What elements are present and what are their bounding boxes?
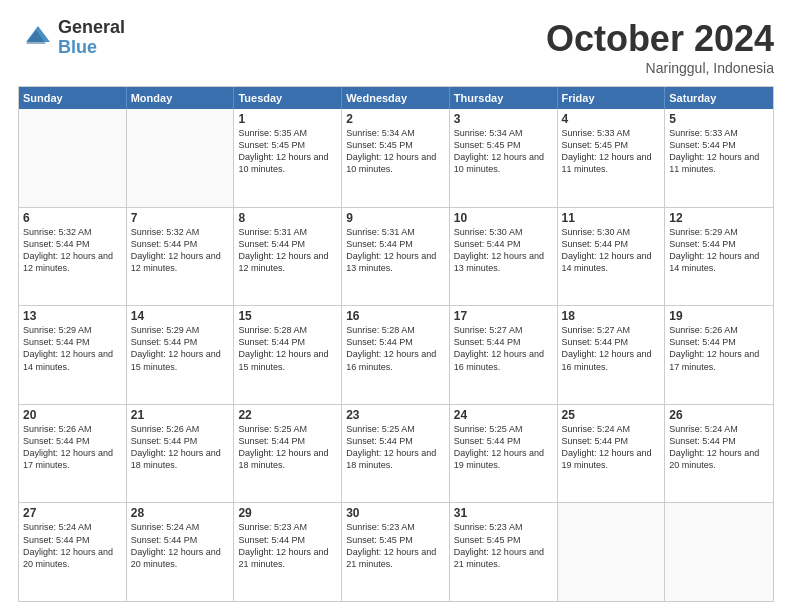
day-number: 27 (23, 506, 122, 520)
cell-info: Sunrise: 5:29 AMSunset: 5:44 PMDaylight:… (669, 226, 769, 275)
day-number: 13 (23, 309, 122, 323)
day-number: 7 (131, 211, 230, 225)
calendar-cell: 31Sunrise: 5:23 AMSunset: 5:45 PMDayligh… (450, 503, 558, 601)
calendar-cell: 6Sunrise: 5:32 AMSunset: 5:44 PMDaylight… (19, 208, 127, 306)
cell-info: Sunrise: 5:35 AMSunset: 5:45 PMDaylight:… (238, 127, 337, 176)
calendar-cell: 28Sunrise: 5:24 AMSunset: 5:44 PMDayligh… (127, 503, 235, 601)
cell-info: Sunrise: 5:29 AMSunset: 5:44 PMDaylight:… (23, 324, 122, 373)
cell-info: Sunrise: 5:25 AMSunset: 5:44 PMDaylight:… (346, 423, 445, 472)
calendar-cell: 7Sunrise: 5:32 AMSunset: 5:44 PMDaylight… (127, 208, 235, 306)
day-number: 14 (131, 309, 230, 323)
day-number: 9 (346, 211, 445, 225)
day-number: 17 (454, 309, 553, 323)
weekday-header: Sunday (19, 87, 127, 109)
day-number: 28 (131, 506, 230, 520)
cell-info: Sunrise: 5:27 AMSunset: 5:44 PMDaylight:… (562, 324, 661, 373)
calendar-cell: 10Sunrise: 5:30 AMSunset: 5:44 PMDayligh… (450, 208, 558, 306)
calendar-cell: 9Sunrise: 5:31 AMSunset: 5:44 PMDaylight… (342, 208, 450, 306)
cell-info: Sunrise: 5:27 AMSunset: 5:44 PMDaylight:… (454, 324, 553, 373)
cell-info: Sunrise: 5:24 AMSunset: 5:44 PMDaylight:… (23, 521, 122, 570)
day-number: 25 (562, 408, 661, 422)
cell-info: Sunrise: 5:23 AMSunset: 5:45 PMDaylight:… (454, 521, 553, 570)
cell-info: Sunrise: 5:23 AMSunset: 5:45 PMDaylight:… (346, 521, 445, 570)
weekday-header: Wednesday (342, 87, 450, 109)
day-number: 8 (238, 211, 337, 225)
weekday-header: Friday (558, 87, 666, 109)
calendar-cell: 4Sunrise: 5:33 AMSunset: 5:45 PMDaylight… (558, 109, 666, 207)
calendar-cell: 22Sunrise: 5:25 AMSunset: 5:44 PMDayligh… (234, 405, 342, 503)
calendar-cell: 16Sunrise: 5:28 AMSunset: 5:44 PMDayligh… (342, 306, 450, 404)
cell-info: Sunrise: 5:31 AMSunset: 5:44 PMDaylight:… (346, 226, 445, 275)
day-number: 12 (669, 211, 769, 225)
calendar-cell: 27Sunrise: 5:24 AMSunset: 5:44 PMDayligh… (19, 503, 127, 601)
calendar-body: 1Sunrise: 5:35 AMSunset: 5:45 PMDaylight… (19, 109, 773, 601)
calendar-cell: 21Sunrise: 5:26 AMSunset: 5:44 PMDayligh… (127, 405, 235, 503)
day-number: 24 (454, 408, 553, 422)
day-number: 15 (238, 309, 337, 323)
weekday-header: Tuesday (234, 87, 342, 109)
day-number: 6 (23, 211, 122, 225)
cell-info: Sunrise: 5:30 AMSunset: 5:44 PMDaylight:… (562, 226, 661, 275)
calendar-cell: 8Sunrise: 5:31 AMSunset: 5:44 PMDaylight… (234, 208, 342, 306)
cell-info: Sunrise: 5:28 AMSunset: 5:44 PMDaylight:… (238, 324, 337, 373)
cell-info: Sunrise: 5:24 AMSunset: 5:44 PMDaylight:… (131, 521, 230, 570)
cell-info: Sunrise: 5:28 AMSunset: 5:44 PMDaylight:… (346, 324, 445, 373)
calendar-cell (558, 503, 666, 601)
day-number: 19 (669, 309, 769, 323)
logo: General Blue (18, 18, 125, 58)
calendar-cell: 15Sunrise: 5:28 AMSunset: 5:44 PMDayligh… (234, 306, 342, 404)
cell-info: Sunrise: 5:33 AMSunset: 5:44 PMDaylight:… (669, 127, 769, 176)
calendar-cell: 18Sunrise: 5:27 AMSunset: 5:44 PMDayligh… (558, 306, 666, 404)
calendar-cell: 29Sunrise: 5:23 AMSunset: 5:44 PMDayligh… (234, 503, 342, 601)
day-number: 30 (346, 506, 445, 520)
cell-info: Sunrise: 5:32 AMSunset: 5:44 PMDaylight:… (23, 226, 122, 275)
calendar-cell: 2Sunrise: 5:34 AMSunset: 5:45 PMDaylight… (342, 109, 450, 207)
calendar-cell: 30Sunrise: 5:23 AMSunset: 5:45 PMDayligh… (342, 503, 450, 601)
logo-general: General (58, 18, 125, 38)
day-number: 16 (346, 309, 445, 323)
calendar-cell: 17Sunrise: 5:27 AMSunset: 5:44 PMDayligh… (450, 306, 558, 404)
cell-info: Sunrise: 5:32 AMSunset: 5:44 PMDaylight:… (131, 226, 230, 275)
day-number: 4 (562, 112, 661, 126)
calendar-cell (19, 109, 127, 207)
calendar-cell: 3Sunrise: 5:34 AMSunset: 5:45 PMDaylight… (450, 109, 558, 207)
day-number: 26 (669, 408, 769, 422)
calendar-row: 20Sunrise: 5:26 AMSunset: 5:44 PMDayligh… (19, 404, 773, 503)
cell-info: Sunrise: 5:26 AMSunset: 5:44 PMDaylight:… (669, 324, 769, 373)
calendar-row: 13Sunrise: 5:29 AMSunset: 5:44 PMDayligh… (19, 305, 773, 404)
cell-info: Sunrise: 5:34 AMSunset: 5:45 PMDaylight:… (346, 127, 445, 176)
month-title: October 2024 (546, 18, 774, 60)
day-number: 31 (454, 506, 553, 520)
logo-text: General Blue (58, 18, 125, 58)
calendar-cell: 26Sunrise: 5:24 AMSunset: 5:44 PMDayligh… (665, 405, 773, 503)
day-number: 23 (346, 408, 445, 422)
day-number: 2 (346, 112, 445, 126)
logo-blue: Blue (58, 38, 125, 58)
cell-info: Sunrise: 5:33 AMSunset: 5:45 PMDaylight:… (562, 127, 661, 176)
header: General Blue October 2024 Naringgul, Ind… (18, 18, 774, 76)
cell-info: Sunrise: 5:31 AMSunset: 5:44 PMDaylight:… (238, 226, 337, 275)
calendar-cell (127, 109, 235, 207)
cell-info: Sunrise: 5:24 AMSunset: 5:44 PMDaylight:… (669, 423, 769, 472)
cell-info: Sunrise: 5:26 AMSunset: 5:44 PMDaylight:… (23, 423, 122, 472)
cell-info: Sunrise: 5:26 AMSunset: 5:44 PMDaylight:… (131, 423, 230, 472)
day-number: 21 (131, 408, 230, 422)
day-number: 29 (238, 506, 337, 520)
calendar-header: SundayMondayTuesdayWednesdayThursdayFrid… (19, 87, 773, 109)
day-number: 10 (454, 211, 553, 225)
cell-info: Sunrise: 5:30 AMSunset: 5:44 PMDaylight:… (454, 226, 553, 275)
calendar-row: 6Sunrise: 5:32 AMSunset: 5:44 PMDaylight… (19, 207, 773, 306)
cell-info: Sunrise: 5:25 AMSunset: 5:44 PMDaylight:… (238, 423, 337, 472)
day-number: 1 (238, 112, 337, 126)
calendar-cell: 14Sunrise: 5:29 AMSunset: 5:44 PMDayligh… (127, 306, 235, 404)
calendar-cell: 24Sunrise: 5:25 AMSunset: 5:44 PMDayligh… (450, 405, 558, 503)
calendar-cell (665, 503, 773, 601)
weekday-header: Saturday (665, 87, 773, 109)
calendar: SundayMondayTuesdayWednesdayThursdayFrid… (18, 86, 774, 602)
cell-info: Sunrise: 5:34 AMSunset: 5:45 PMDaylight:… (454, 127, 553, 176)
calendar-cell: 25Sunrise: 5:24 AMSunset: 5:44 PMDayligh… (558, 405, 666, 503)
location: Naringgul, Indonesia (546, 60, 774, 76)
day-number: 5 (669, 112, 769, 126)
cell-info: Sunrise: 5:29 AMSunset: 5:44 PMDaylight:… (131, 324, 230, 373)
title-block: October 2024 Naringgul, Indonesia (546, 18, 774, 76)
